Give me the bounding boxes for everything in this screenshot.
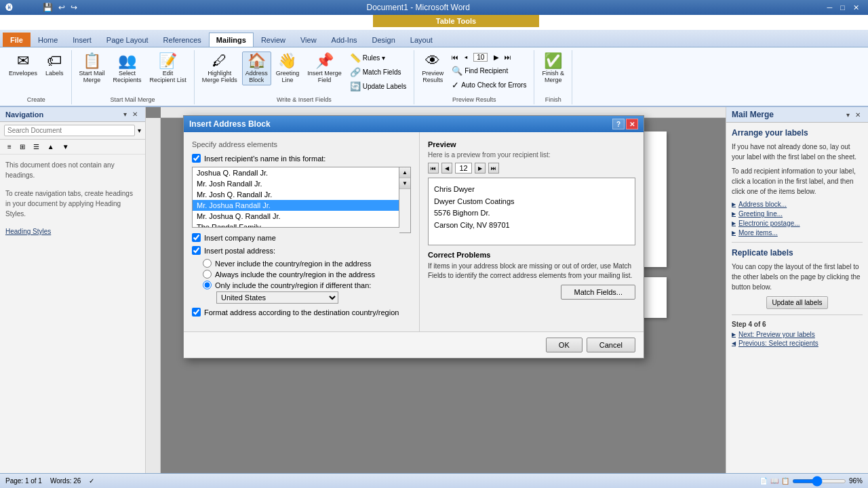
format-item-4[interactable]: Mr. Joshua Randall Jr. [193,200,399,211]
preview-section: Preview Here is a preview from your reci… [428,140,635,245]
name-format-list-area: Joshua Q. Randall Jr. Mr. Josh Randall J… [192,167,411,233]
always-include-radio[interactable] [203,270,212,279]
country-radio-group: Never include the country/region in the … [203,259,411,304]
preview-company: Dwyer Custom Coatings [434,196,629,208]
insert-company-row: Insert company name [192,233,411,242]
only-include-row: Only include the country/region if diffe… [203,281,411,289]
preview-prev-btn[interactable]: ◀ [441,163,452,174]
ok-button[interactable]: OK [546,338,583,352]
preview-nav: ⏮ ◀ 12 ▶ ⏭ [428,163,635,174]
always-include-row: Always include the country/region in the… [203,270,411,279]
match-fields-dialog-button[interactable]: Match Fields... [561,285,635,300]
insert-postal-checkbox[interactable] [192,246,201,255]
always-include-label: Always include the country/region in the… [215,270,375,279]
format-item-1[interactable]: Joshua Q. Randall Jr. [193,167,399,178]
only-include-label: Only include the country/region if diffe… [215,281,371,289]
format-item-6[interactable]: The Randall Family [193,222,399,228]
insert-company-label: Insert company name [204,234,276,242]
insert-name-checkbox[interactable] [192,154,201,163]
dialog-overlay: Insert Address Block ? ✕ Specify address… [0,0,868,488]
preview-desc: Here is a preview from your recipient li… [428,151,635,159]
dialog-help-button[interactable]: ? [612,119,625,129]
name-format-list[interactable]: Joshua Q. Randall Jr. Mr. Josh Randall J… [192,167,399,228]
correct-problems-section: Correct Problems If items in your addres… [428,251,635,281]
preview-last-btn[interactable]: ⏭ [488,163,499,174]
correct-problems-text: If items in your address block are missi… [428,262,635,281]
list-scroll-up-btn[interactable]: ▲ [399,167,410,178]
dialog-title-text: Insert Address Block [189,119,271,129]
dialog-close-button[interactable]: ✕ [626,119,638,129]
preview-next-btn[interactable]: ▶ [475,163,486,174]
preview-label: Preview [428,140,635,148]
never-include-label: Never include the country/region in the … [215,260,372,268]
format-address-checkbox[interactable] [192,308,201,317]
dialog-title-bar: Insert Address Block ? ✕ [184,116,644,132]
only-include-radio[interactable] [203,281,212,289]
dialog-title-buttons: ? ✕ [612,119,638,129]
insert-name-check-row: Insert recipient's name in this format: [192,154,411,163]
format-item-5[interactable]: Mr. Joshua Q. Randall Jr. [193,211,399,222]
cancel-button[interactable]: Cancel [587,338,635,352]
format-address-check-row: Format address according to the destinat… [192,308,411,317]
dialog-body: Specify address elements Insert recipien… [184,132,644,331]
insert-address-block-dialog: Insert Address Block ? ✕ Specify address… [183,115,644,359]
preview-street: 5576 Bighorn Dr. [434,207,629,220]
insert-postal-label: Insert postal address: [204,247,275,255]
dialog-footer: OK Cancel [184,331,644,358]
country-select-area: United States [216,291,411,304]
list-scroll-buttons: ▲ ▼ [399,167,411,233]
insert-name-label: Insert recipient's name in this format: [204,155,326,163]
correct-problems-title: Correct Problems [428,251,635,259]
preview-record-num: 12 [455,163,472,174]
never-include-radio[interactable] [203,259,212,268]
format-item-3[interactable]: Mr. Josh Q. Randall Jr. [193,189,399,200]
preview-name: Chris Dwyer [434,184,629,196]
insert-company-checkbox[interactable] [192,233,201,242]
insert-postal-row: Insert postal address: [192,246,411,255]
never-include-row: Never include the country/region in the … [203,259,411,268]
specify-section-title: Specify address elements [192,140,411,148]
list-scroll-down-btn[interactable]: ▼ [399,178,410,189]
format-address-label: Format address according to the destinat… [204,308,399,317]
preview-city-state: Carson City, NV 89701 [434,220,629,232]
dialog-right-panel: Preview Here is a preview from your reci… [420,132,644,331]
preview-address-box: Chris Dwyer Dwyer Custom Coatings 5576 B… [428,178,635,245]
country-dropdown[interactable]: United States [216,291,338,304]
dialog-left-panel: Specify address elements Insert recipien… [184,132,420,331]
format-item-2[interactable]: Mr. Josh Randall Jr. [193,178,399,189]
preview-first-btn[interactable]: ⏮ [428,163,439,174]
